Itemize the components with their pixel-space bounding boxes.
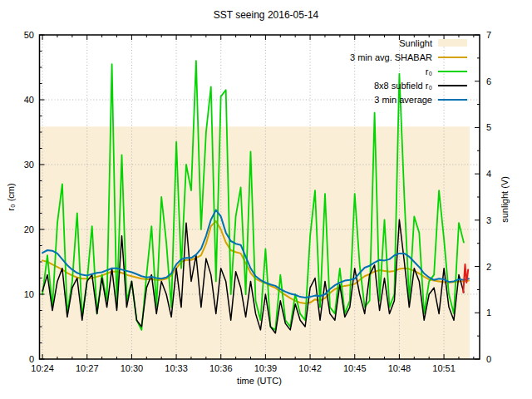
legend-item-sunlight: Sunlight bbox=[350, 36, 467, 50]
x-tick-label: 10:30 bbox=[121, 363, 144, 373]
legend-item-shabar: 3 min avg. SHABAR bbox=[350, 50, 467, 64]
legend-label: 3 min avg. SHABAR bbox=[350, 52, 432, 62]
y-axis-label-right: sunlight (V) bbox=[500, 176, 510, 223]
x-tick-label: 10:51 bbox=[432, 363, 456, 373]
legend-swatch-shabar bbox=[438, 57, 467, 58]
y-right-tick-label: 0 bbox=[486, 354, 491, 364]
sunlight-area bbox=[40, 126, 470, 359]
legend: Sunlight 3 min avg. SHABAR r₀ 8x8 subfie… bbox=[350, 36, 467, 106]
y-left-tick-label: 10 bbox=[24, 289, 34, 299]
x-tick-label: 10:48 bbox=[388, 363, 411, 373]
y-left-tick-label: 40 bbox=[24, 95, 34, 105]
legend-label: 3 min average bbox=[374, 95, 432, 105]
x-tick-label: 10:42 bbox=[298, 363, 322, 373]
chart-title: SST seeing 2016-05-14 bbox=[214, 9, 319, 21]
legend-item-r0: r₀ bbox=[350, 64, 467, 78]
y-right-tick-label: 5 bbox=[486, 122, 491, 132]
legend-item-3min-average: 3 min average bbox=[350, 92, 467, 106]
legend-label: 8x8 subfield r₀ bbox=[374, 81, 432, 91]
y-right-tick-label: 7 bbox=[486, 30, 491, 40]
x-tick-label: 10:27 bbox=[76, 363, 99, 373]
x-tick-label: 10:33 bbox=[165, 363, 188, 373]
y-right-tick-label: 4 bbox=[486, 169, 491, 179]
y-left-tick-label: 30 bbox=[24, 160, 34, 170]
x-tick-label: 10:39 bbox=[254, 363, 278, 373]
y-left-tick-label: 0 bbox=[29, 354, 34, 364]
x-axis-label: time (UTC) bbox=[237, 376, 282, 386]
y-axis-label-left: r₀ (cm) bbox=[6, 183, 16, 210]
y-right-tick-label: 2 bbox=[486, 262, 491, 272]
legend-swatch-r0 bbox=[438, 71, 467, 72]
y-right-tick-label: 1 bbox=[486, 308, 491, 318]
legend-item-subfield-r0: 8x8 subfield r₀ bbox=[350, 78, 467, 92]
x-tick-label: 10:24 bbox=[31, 363, 54, 373]
x-tick-label: 10:36 bbox=[209, 363, 233, 373]
x-tick-label: 10:45 bbox=[343, 363, 367, 373]
legend-swatch-subfield-r0 bbox=[438, 85, 467, 86]
y-right-tick-label: 3 bbox=[486, 215, 491, 225]
y-left-tick-label: 50 bbox=[24, 30, 34, 40]
legend-label: Sunlight bbox=[399, 38, 432, 48]
legend-swatch-3min-average bbox=[438, 99, 467, 101]
seeing-chart: 10:2410:2710:3010:3310:3610:3910:4210:45… bbox=[0, 0, 532, 399]
y-left-tick-label: 20 bbox=[24, 224, 34, 234]
legend-swatch-sunlight bbox=[438, 39, 467, 47]
legend-label: r₀ bbox=[426, 66, 432, 76]
y-right-tick-label: 6 bbox=[486, 76, 491, 86]
